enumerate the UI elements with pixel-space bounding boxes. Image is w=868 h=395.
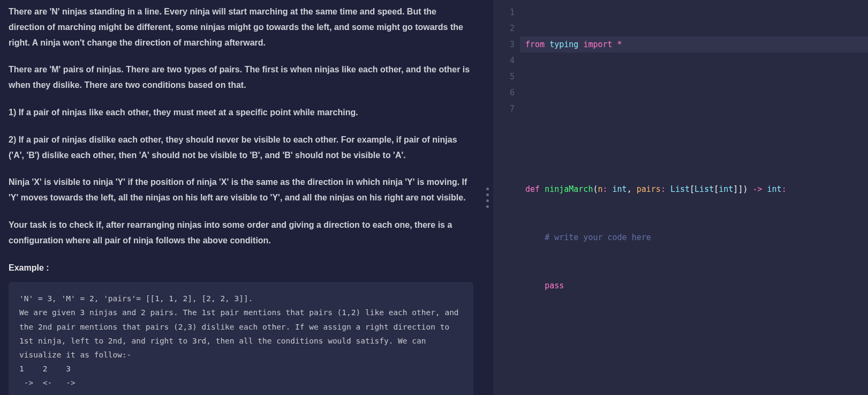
wildcard-star: * xyxy=(617,40,622,49)
function-name: ninjaMarch xyxy=(545,184,593,194)
line-number: 5 xyxy=(493,69,515,85)
divider-dot-icon xyxy=(486,188,489,190)
code-line xyxy=(520,133,868,149)
code-line xyxy=(520,85,868,101)
code-editor-panel: 1 2 3 4 5 6 7 from typing import * def n… xyxy=(493,0,868,395)
code-line: pass xyxy=(520,278,868,294)
code-editor[interactable]: from typing import * def ninjaMarch(n: i… xyxy=(520,0,868,395)
line-number: 1 xyxy=(493,4,515,20)
problem-paragraph: Ninja 'X' is visible to ninja 'Y' if the… xyxy=(9,175,473,206)
code-line: # write your code here xyxy=(520,229,868,245)
keyword-pass: pass xyxy=(545,281,564,290)
line-number: 2 xyxy=(493,20,515,36)
line-number: 7 xyxy=(493,101,515,117)
return-arrow: -> xyxy=(748,184,767,194)
problem-paragraph: 1) If a pair of ninjas like each other, … xyxy=(9,105,473,121)
problem-panel[interactable]: There are 'N' ninjas standing in a line.… xyxy=(0,0,482,395)
code-comment: # write your code here xyxy=(545,233,651,242)
keyword-import: import xyxy=(583,40,612,49)
keyword-def: def xyxy=(525,184,540,194)
divider-dot-icon xyxy=(486,205,489,208)
code-line: from typing import * xyxy=(520,36,868,53)
param-pairs: pairs xyxy=(637,184,661,194)
line-number: 3 xyxy=(493,36,515,53)
divider-dot-icon xyxy=(486,193,489,196)
line-number: 6 xyxy=(493,85,515,101)
code-line xyxy=(520,326,868,342)
example-code-block: 'N' = 3, 'M' = 2, 'pairs'= [[1, 1, 2], [… xyxy=(9,282,473,395)
module-typing: typing xyxy=(549,40,578,49)
problem-paragraph: 2) If a pair of ninjas dislike each othe… xyxy=(9,132,473,163)
example-label: Example : xyxy=(9,260,473,276)
line-number: 4 xyxy=(493,53,515,69)
code-line: def ninjaMarch(n: int, pairs: List[List[… xyxy=(520,181,868,197)
type-list: List xyxy=(695,184,714,194)
divider-dot-icon xyxy=(486,199,489,202)
problem-paragraph: There are 'M' pairs of ninjas. There are… xyxy=(9,62,473,93)
problem-description: There are 'N' ninjas standing in a line.… xyxy=(9,4,473,395)
problem-paragraph: Your task is to check if, after rearrang… xyxy=(9,218,473,249)
panel-resize-handle[interactable] xyxy=(482,0,493,395)
line-number-gutter: 1 2 3 4 5 6 7 xyxy=(493,0,520,395)
type-int: int xyxy=(613,184,627,194)
keyword-from: from xyxy=(525,40,545,49)
problem-paragraph: There are 'N' ninjas standing in a line.… xyxy=(9,4,473,50)
type-int: int xyxy=(719,184,733,194)
type-int: int xyxy=(767,184,782,194)
type-list: List xyxy=(670,184,690,194)
param-n: n xyxy=(598,184,602,194)
